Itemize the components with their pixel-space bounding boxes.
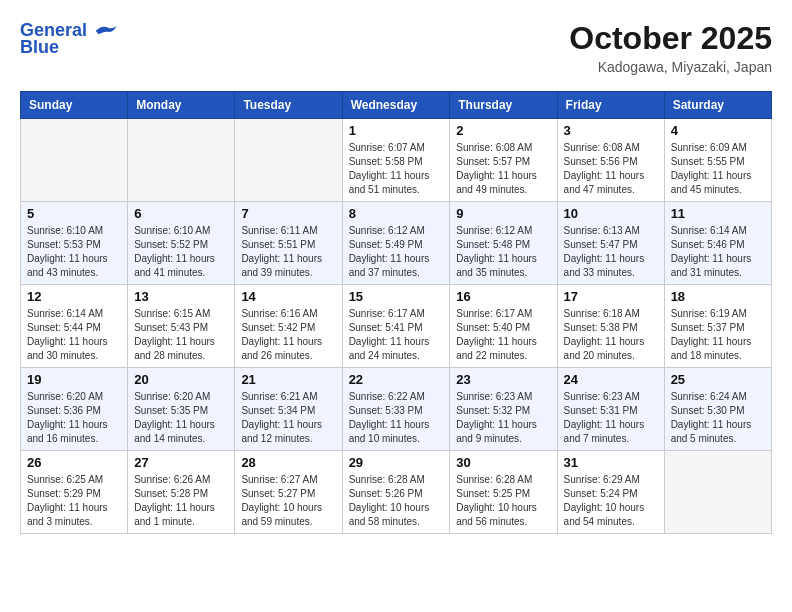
- weekday-header-friday: Friday: [557, 92, 664, 119]
- day-number: 29: [349, 455, 444, 470]
- day-info: Sunrise: 6:16 AM Sunset: 5:42 PM Dayligh…: [241, 307, 335, 363]
- day-info: Sunrise: 6:14 AM Sunset: 5:44 PM Dayligh…: [27, 307, 121, 363]
- day-info: Sunrise: 6:12 AM Sunset: 5:48 PM Dayligh…: [456, 224, 550, 280]
- day-info: Sunrise: 6:11 AM Sunset: 5:51 PM Dayligh…: [241, 224, 335, 280]
- calendar-day-3: 3Sunrise: 6:08 AM Sunset: 5:56 PM Daylig…: [557, 119, 664, 202]
- calendar-day-11: 11Sunrise: 6:14 AM Sunset: 5:46 PM Dayli…: [664, 202, 771, 285]
- day-number: 6: [134, 206, 228, 221]
- day-number: 8: [349, 206, 444, 221]
- day-info: Sunrise: 6:24 AM Sunset: 5:30 PM Dayligh…: [671, 390, 765, 446]
- day-info: Sunrise: 6:19 AM Sunset: 5:37 PM Dayligh…: [671, 307, 765, 363]
- day-info: Sunrise: 6:14 AM Sunset: 5:46 PM Dayligh…: [671, 224, 765, 280]
- month-year-title: October 2025: [569, 20, 772, 57]
- day-number: 12: [27, 289, 121, 304]
- day-number: 19: [27, 372, 121, 387]
- day-info: Sunrise: 6:21 AM Sunset: 5:34 PM Dayligh…: [241, 390, 335, 446]
- day-info: Sunrise: 6:07 AM Sunset: 5:58 PM Dayligh…: [349, 141, 444, 197]
- calendar-day-24: 24Sunrise: 6:23 AM Sunset: 5:31 PM Dayli…: [557, 368, 664, 451]
- day-info: Sunrise: 6:29 AM Sunset: 5:24 PM Dayligh…: [564, 473, 658, 529]
- calendar-day-31: 31Sunrise: 6:29 AM Sunset: 5:24 PM Dayli…: [557, 451, 664, 534]
- day-number: 2: [456, 123, 550, 138]
- calendar-day-empty: [128, 119, 235, 202]
- logo-bird-icon: [94, 21, 118, 41]
- day-info: Sunrise: 6:10 AM Sunset: 5:53 PM Dayligh…: [27, 224, 121, 280]
- calendar-day-26: 26Sunrise: 6:25 AM Sunset: 5:29 PM Dayli…: [21, 451, 128, 534]
- day-info: Sunrise: 6:12 AM Sunset: 5:49 PM Dayligh…: [349, 224, 444, 280]
- calendar-day-14: 14Sunrise: 6:16 AM Sunset: 5:42 PM Dayli…: [235, 285, 342, 368]
- day-info: Sunrise: 6:17 AM Sunset: 5:41 PM Dayligh…: [349, 307, 444, 363]
- day-info: Sunrise: 6:27 AM Sunset: 5:27 PM Dayligh…: [241, 473, 335, 529]
- day-info: Sunrise: 6:17 AM Sunset: 5:40 PM Dayligh…: [456, 307, 550, 363]
- calendar-table: SundayMondayTuesdayWednesdayThursdayFrid…: [20, 91, 772, 534]
- weekday-header-wednesday: Wednesday: [342, 92, 450, 119]
- day-number: 14: [241, 289, 335, 304]
- calendar-day-18: 18Sunrise: 6:19 AM Sunset: 5:37 PM Dayli…: [664, 285, 771, 368]
- calendar-week-row: 1Sunrise: 6:07 AM Sunset: 5:58 PM Daylig…: [21, 119, 772, 202]
- day-info: Sunrise: 6:15 AM Sunset: 5:43 PM Dayligh…: [134, 307, 228, 363]
- calendar-day-16: 16Sunrise: 6:17 AM Sunset: 5:40 PM Dayli…: [450, 285, 557, 368]
- calendar-day-21: 21Sunrise: 6:21 AM Sunset: 5:34 PM Dayli…: [235, 368, 342, 451]
- day-info: Sunrise: 6:09 AM Sunset: 5:55 PM Dayligh…: [671, 141, 765, 197]
- calendar-week-row: 12Sunrise: 6:14 AM Sunset: 5:44 PM Dayli…: [21, 285, 772, 368]
- day-number: 23: [456, 372, 550, 387]
- location-subtitle: Kadogawa, Miyazaki, Japan: [569, 59, 772, 75]
- day-info: Sunrise: 6:28 AM Sunset: 5:26 PM Dayligh…: [349, 473, 444, 529]
- calendar-day-2: 2Sunrise: 6:08 AM Sunset: 5:57 PM Daylig…: [450, 119, 557, 202]
- calendar-day-12: 12Sunrise: 6:14 AM Sunset: 5:44 PM Dayli…: [21, 285, 128, 368]
- calendar-day-30: 30Sunrise: 6:28 AM Sunset: 5:25 PM Dayli…: [450, 451, 557, 534]
- calendar-day-19: 19Sunrise: 6:20 AM Sunset: 5:36 PM Dayli…: [21, 368, 128, 451]
- calendar-day-13: 13Sunrise: 6:15 AM Sunset: 5:43 PM Dayli…: [128, 285, 235, 368]
- day-number: 16: [456, 289, 550, 304]
- day-number: 26: [27, 455, 121, 470]
- title-block: October 2025 Kadogawa, Miyazaki, Japan: [569, 20, 772, 75]
- weekday-header-thursday: Thursday: [450, 92, 557, 119]
- page-header: General Blue October 2025 Kadogawa, Miya…: [20, 20, 772, 75]
- day-number: 17: [564, 289, 658, 304]
- day-number: 21: [241, 372, 335, 387]
- calendar-day-empty: [664, 451, 771, 534]
- calendar-day-20: 20Sunrise: 6:20 AM Sunset: 5:35 PM Dayli…: [128, 368, 235, 451]
- calendar-day-15: 15Sunrise: 6:17 AM Sunset: 5:41 PM Dayli…: [342, 285, 450, 368]
- weekday-header-monday: Monday: [128, 92, 235, 119]
- day-number: 30: [456, 455, 550, 470]
- calendar-day-29: 29Sunrise: 6:28 AM Sunset: 5:26 PM Dayli…: [342, 451, 450, 534]
- day-info: Sunrise: 6:25 AM Sunset: 5:29 PM Dayligh…: [27, 473, 121, 529]
- weekday-header-saturday: Saturday: [664, 92, 771, 119]
- calendar-day-1: 1Sunrise: 6:07 AM Sunset: 5:58 PM Daylig…: [342, 119, 450, 202]
- day-number: 18: [671, 289, 765, 304]
- day-number: 3: [564, 123, 658, 138]
- weekday-header-row: SundayMondayTuesdayWednesdayThursdayFrid…: [21, 92, 772, 119]
- day-info: Sunrise: 6:20 AM Sunset: 5:36 PM Dayligh…: [27, 390, 121, 446]
- weekday-header-tuesday: Tuesday: [235, 92, 342, 119]
- calendar-day-10: 10Sunrise: 6:13 AM Sunset: 5:47 PM Dayli…: [557, 202, 664, 285]
- calendar-day-4: 4Sunrise: 6:09 AM Sunset: 5:55 PM Daylig…: [664, 119, 771, 202]
- day-number: 1: [349, 123, 444, 138]
- calendar-week-row: 19Sunrise: 6:20 AM Sunset: 5:36 PM Dayli…: [21, 368, 772, 451]
- day-number: 28: [241, 455, 335, 470]
- calendar-day-28: 28Sunrise: 6:27 AM Sunset: 5:27 PM Dayli…: [235, 451, 342, 534]
- day-info: Sunrise: 6:10 AM Sunset: 5:52 PM Dayligh…: [134, 224, 228, 280]
- calendar-day-8: 8Sunrise: 6:12 AM Sunset: 5:49 PM Daylig…: [342, 202, 450, 285]
- calendar-week-row: 26Sunrise: 6:25 AM Sunset: 5:29 PM Dayli…: [21, 451, 772, 534]
- day-number: 10: [564, 206, 658, 221]
- calendar-day-7: 7Sunrise: 6:11 AM Sunset: 5:51 PM Daylig…: [235, 202, 342, 285]
- day-number: 11: [671, 206, 765, 221]
- day-number: 15: [349, 289, 444, 304]
- day-number: 20: [134, 372, 228, 387]
- logo: General Blue: [20, 20, 118, 58]
- day-number: 4: [671, 123, 765, 138]
- calendar-day-27: 27Sunrise: 6:26 AM Sunset: 5:28 PM Dayli…: [128, 451, 235, 534]
- day-number: 9: [456, 206, 550, 221]
- calendar-day-6: 6Sunrise: 6:10 AM Sunset: 5:52 PM Daylig…: [128, 202, 235, 285]
- day-number: 27: [134, 455, 228, 470]
- day-info: Sunrise: 6:23 AM Sunset: 5:32 PM Dayligh…: [456, 390, 550, 446]
- day-info: Sunrise: 6:22 AM Sunset: 5:33 PM Dayligh…: [349, 390, 444, 446]
- day-info: Sunrise: 6:08 AM Sunset: 5:57 PM Dayligh…: [456, 141, 550, 197]
- day-number: 13: [134, 289, 228, 304]
- calendar-week-row: 5Sunrise: 6:10 AM Sunset: 5:53 PM Daylig…: [21, 202, 772, 285]
- calendar-day-17: 17Sunrise: 6:18 AM Sunset: 5:38 PM Dayli…: [557, 285, 664, 368]
- day-info: Sunrise: 6:26 AM Sunset: 5:28 PM Dayligh…: [134, 473, 228, 529]
- day-info: Sunrise: 6:20 AM Sunset: 5:35 PM Dayligh…: [134, 390, 228, 446]
- day-info: Sunrise: 6:18 AM Sunset: 5:38 PM Dayligh…: [564, 307, 658, 363]
- calendar-day-empty: [235, 119, 342, 202]
